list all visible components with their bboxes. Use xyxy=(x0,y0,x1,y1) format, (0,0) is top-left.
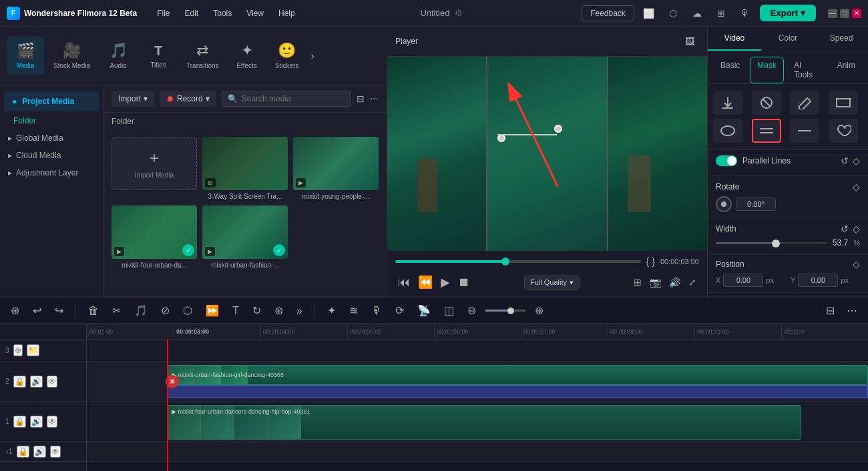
tl-mask-icon[interactable]: ⊛ xyxy=(270,303,287,318)
tool-audio[interactable]: 🎵 Audio xyxy=(99,37,137,75)
tool-stickers[interactable]: 🙂 Stickers xyxy=(268,37,306,75)
tl-a1-eye-icon[interactable]: 👁 xyxy=(50,446,61,458)
tl-ripple-icon[interactable]: ≋ xyxy=(345,303,362,318)
sidebar-item-cloud-media[interactable]: ▸ Cloud Media xyxy=(0,147,103,164)
mask-pen-shape[interactable] xyxy=(790,91,819,115)
tl-redo-icon[interactable]: ↪ xyxy=(51,303,67,318)
sidebar-item-adjustment-layer[interactable]: ▸ Adjustment Layer xyxy=(0,164,103,181)
tl-speed-icon[interactable]: ⏩ xyxy=(202,303,223,318)
tool-transitions[interactable]: ⇄ Transitions xyxy=(180,37,226,75)
minimize-button[interactable]: — xyxy=(828,9,837,18)
clip-v2[interactable]: ▶ mixkit-urban-fashion-girl-dancing-4036… xyxy=(167,365,868,385)
search-box[interactable]: 🔍 xyxy=(222,91,351,107)
rotate-value-input[interactable]: 0.00° xyxy=(736,197,776,211)
menu-file[interactable]: File xyxy=(150,6,176,21)
tl-a1-lock-icon[interactable]: 🔒 xyxy=(17,446,29,458)
export-button[interactable]: Export ▾ xyxy=(760,5,816,21)
tl-v2-vol-icon[interactable]: 🔊 xyxy=(30,376,43,388)
tl-mic-icon[interactable]: 🎙 xyxy=(367,304,386,318)
tl-v2-lock-icon[interactable]: 🔒 xyxy=(13,376,26,388)
width-diamond-icon[interactable]: ◇ xyxy=(853,223,860,234)
subtab-ai-tools[interactable]: AI Tools xyxy=(787,57,827,83)
tl-v3-folder-icon[interactable]: 📁 xyxy=(27,344,39,356)
mask-circle-x-shape[interactable] xyxy=(752,91,781,115)
position-diamond-icon[interactable]: ◇ xyxy=(853,259,860,270)
tl-undo-icon[interactable]: ↩ xyxy=(29,303,45,318)
tl-rotate-icon[interactable]: ↻ xyxy=(248,303,265,318)
mask-ellipse-shape[interactable] xyxy=(713,119,742,143)
media-item-clip1[interactable]: ⊞ 3-Way Split Screen Tra... xyxy=(202,137,288,200)
layout-icon[interactable]: ⊞ xyxy=(712,4,730,23)
media-item-clip4[interactable]: ▶ ✓ mixkit-urban-fashion-... xyxy=(202,205,288,269)
fullscreen-icon[interactable]: ⤢ xyxy=(686,274,699,290)
media-item-clip2[interactable]: ▶ mixkit-young-people-... xyxy=(293,137,379,200)
tl-a1-vol-icon[interactable]: 🔊 xyxy=(33,446,46,458)
tool-media[interactable]: 🎬 Media xyxy=(7,37,44,75)
search-input[interactable] xyxy=(242,94,345,103)
mask-rect-shape[interactable] xyxy=(829,91,858,115)
close-button[interactable]: ✕ xyxy=(852,9,861,18)
tl-clip-icon[interactable]: ◫ xyxy=(440,303,458,318)
stop-button[interactable]: ⏹ xyxy=(455,272,473,292)
tab-video[interactable]: Video xyxy=(708,27,761,51)
tl-v3-add-icon[interactable]: ⊕ xyxy=(13,344,23,356)
filter-icon[interactable]: ⊟ xyxy=(357,93,365,104)
clip-v1[interactable]: ▶ mixkit-four-urban-dancers-dancing-hip-… xyxy=(167,405,801,440)
mask-heart-shape[interactable] xyxy=(829,119,858,143)
tool-titles[interactable]: T Titles xyxy=(140,38,177,74)
subtab-anim[interactable]: Anim xyxy=(830,57,863,83)
tl-v1-vol-icon[interactable]: 🔊 xyxy=(30,416,43,428)
menu-edit[interactable]: Edit xyxy=(178,6,206,21)
record-button[interactable]: ⏺ Record ▾ xyxy=(160,91,216,107)
tl-add-icon[interactable]: ⊕ xyxy=(531,303,548,318)
reset-width-icon[interactable]: ↺ xyxy=(841,223,849,234)
menu-help[interactable]: Help xyxy=(272,6,302,21)
tl-minus-icon[interactable]: ⊖ xyxy=(463,303,480,318)
tool-effects[interactable]: ✦ Effects xyxy=(228,37,266,75)
tl-v2-eye-icon[interactable]: 👁 xyxy=(47,376,57,388)
menu-view[interactable]: View xyxy=(240,6,270,21)
tl-settings-icon[interactable]: ⋯ xyxy=(843,303,861,318)
tl-effect-icon[interactable]: ✦ xyxy=(323,303,340,318)
tl-text-icon[interactable]: T xyxy=(228,304,243,318)
feedback-button[interactable]: Feedback xyxy=(582,5,634,21)
share-icon[interactable]: ⬡ xyxy=(664,4,682,23)
snapshot-icon[interactable]: 📷 xyxy=(647,274,664,290)
tl-audio-icon[interactable]: 🎵 xyxy=(130,303,152,318)
media-item-clip3[interactable]: ▶ ✓ mixkit-four-urban-da... xyxy=(112,205,197,269)
tl-delete-icon[interactable]: 🗑 xyxy=(84,304,103,318)
sidebar-item-global-media[interactable]: ▸ Global Media xyxy=(0,129,103,147)
position-x-input[interactable]: 0.00 xyxy=(723,274,763,287)
reset-parallel-icon[interactable]: ↺ xyxy=(841,155,849,166)
tab-speed[interactable]: Speed xyxy=(815,27,868,51)
width-slider-track[interactable] xyxy=(716,242,827,244)
toolbar-chevron-icon[interactable]: › xyxy=(308,47,317,65)
tl-voice-icon[interactable]: 📡 xyxy=(413,303,435,318)
sidebar-item-folder[interactable]: Folder xyxy=(0,112,103,129)
tl-cut-icon[interactable]: ✂ xyxy=(108,303,125,318)
tab-color[interactable]: Color xyxy=(761,27,815,51)
menu-tools[interactable]: Tools xyxy=(206,6,238,21)
tl-snap-icon[interactable]: ⊕ xyxy=(7,303,23,318)
tl-grid-icon[interactable]: ⊟ xyxy=(822,303,839,318)
tl-v1-eye-icon[interactable]: 👁 xyxy=(47,416,57,428)
maximize-button[interactable]: □ xyxy=(840,9,849,18)
tl-volume-thumb[interactable] xyxy=(507,308,514,314)
tool-stock-media[interactable]: 🎥 Stock Media xyxy=(47,37,97,75)
tl-volume-slider[interactable] xyxy=(485,310,525,312)
mask-download-shape[interactable] xyxy=(713,91,742,115)
tl-more-icon[interactable]: » xyxy=(292,304,306,318)
skip-back-button[interactable]: ⏮ xyxy=(395,272,413,292)
position-y-input[interactable]: 0.00 xyxy=(798,274,838,287)
volume-icon[interactable]: 🔊 xyxy=(666,274,683,290)
quality-button[interactable]: Full Quality ▾ xyxy=(524,276,580,290)
screen-fit-icon[interactable]: ⬜ xyxy=(640,4,658,23)
parallel-lines-toggle[interactable] xyxy=(716,155,737,166)
progress-thumb[interactable] xyxy=(501,258,509,266)
width-slider-thumb[interactable] xyxy=(772,240,780,248)
sidebar-item-project-media[interactable]: ● Project Media xyxy=(4,91,99,111)
tl-disable-icon[interactable]: ⊘ xyxy=(157,303,174,318)
tl-ai-icon[interactable]: ⟳ xyxy=(391,303,408,318)
more-options-icon[interactable]: ··· xyxy=(370,93,379,105)
subtab-basic[interactable]: Basic xyxy=(713,57,747,83)
